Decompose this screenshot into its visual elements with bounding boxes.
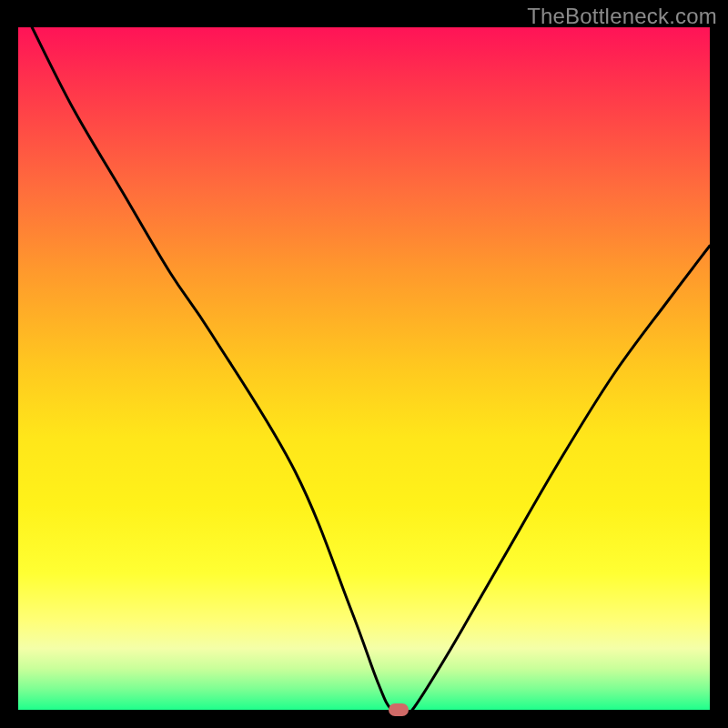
curve-svg: [18, 27, 710, 710]
watermark-text: TheBottleneck.com: [527, 4, 717, 29]
plot-area: [18, 27, 710, 710]
optimal-marker: [389, 703, 409, 716]
bottleneck-curve: [32, 27, 710, 710]
chart-container: TheBottleneck.com: [0, 0, 728, 728]
